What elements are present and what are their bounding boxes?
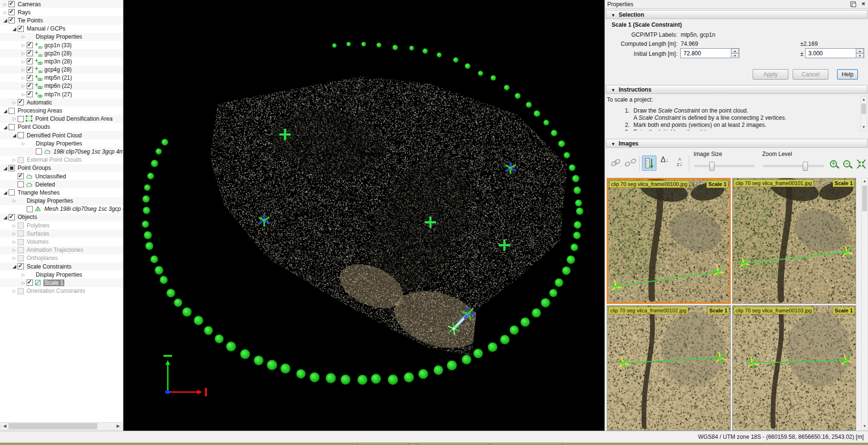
tree-item-display-properties[interactable]: ▷Display Properties (0, 197, 123, 205)
tree-checkbox[interactable] (9, 165, 15, 171)
tree-expander-icon[interactable]: ▷ (11, 248, 18, 252)
cancel-button[interactable]: Cancel (793, 69, 828, 80)
tree-expander-icon[interactable]: ▷ (20, 83, 27, 88)
tree-expander-icon[interactable]: ◢ (11, 264, 18, 269)
close-panel-icon[interactable]: × (861, 0, 865, 7)
tree-horizontal-scrollbar[interactable]: ◀ ▶ (0, 422, 123, 430)
scroll-up-icon[interactable]: ▲ (862, 178, 868, 185)
tree-item-automatic[interactable]: ▷Automatic (0, 98, 123, 106)
tree-expander-icon[interactable]: ▷ (11, 223, 18, 228)
tree-item-tie-points[interactable]: ◢Tie Points (0, 16, 123, 24)
slider-handle[interactable] (709, 162, 715, 171)
tree-checkbox[interactable] (9, 189, 15, 196)
slider-handle[interactable] (803, 162, 808, 171)
tree-checkbox[interactable] (18, 173, 24, 179)
tree-checkbox[interactable] (27, 58, 33, 64)
tree-checkbox[interactable] (18, 181, 24, 187)
tree-expander-icon[interactable]: ▷ (20, 280, 27, 285)
sort-by-delta-button[interactable]: Δ↓ (657, 155, 672, 171)
image-size-slider[interactable] (694, 165, 755, 167)
tree-item-surfaces[interactable]: ▷Surfaces (0, 229, 123, 238)
tree-expander-icon[interactable]: ◢ (2, 166, 9, 171)
tree-checkbox[interactable] (27, 206, 33, 212)
tree-expander-icon[interactable]: ▷ (11, 198, 18, 203)
tree-checkbox[interactable] (9, 17, 15, 23)
scroll-up-icon[interactable]: ▲ (861, 96, 867, 103)
image-thumbnail[interactable]: clip 70 seg vilca_frame00100.jpgScale 1 (607, 178, 731, 304)
tree-expander-icon[interactable]: ▷ (11, 239, 18, 244)
tree-expander-icon[interactable]: ▷ (11, 100, 18, 105)
scroll-left-icon[interactable]: ◀ (1, 423, 9, 430)
tree-item-mtp5n-21[interactable]: ▷+mtp5n (21) (0, 74, 123, 82)
tolerance-spinbox[interactable]: ▲▼ (805, 48, 864, 58)
tree-item-orientation-constraints[interactable]: ▷Orientation Constraints (0, 287, 123, 295)
tree-item-gcp1n-33[interactable]: ▷+3Dgcp1n (33) (0, 41, 123, 49)
tree-item-polylines[interactable]: ▷Polylines (0, 221, 123, 229)
tree-item-cameras[interactable]: ▷Cameras (0, 0, 123, 8)
tree-item-processing-areas[interactable]: ◢Processing Areas (0, 106, 123, 114)
tolerance-input[interactable] (806, 49, 856, 58)
scroll-down-icon[interactable]: ▼ (861, 124, 867, 131)
tree-checkbox[interactable] (27, 83, 33, 89)
tree-checkbox[interactable] (27, 50, 33, 56)
tree-expander-icon[interactable]: ◢ (11, 26, 18, 31)
tree-checkbox[interactable] (9, 9, 15, 15)
tree-item-scale-1[interactable]: ▷Scale 1 (0, 279, 123, 287)
tree-item-triangle-meshes[interactable]: ◢Triangle Meshes (0, 188, 123, 197)
tree-checkbox[interactable] (18, 99, 24, 105)
tree-checkbox[interactable] (18, 132, 24, 138)
tree-expander-icon[interactable]: ▷ (20, 34, 27, 39)
tree-checkbox[interactable] (9, 214, 15, 220)
spin-down-icon[interactable]: ▼ (731, 53, 739, 58)
tree-expander-icon[interactable]: ▷ (20, 92, 27, 97)
tree-expander-icon[interactable]: ◢ (2, 124, 9, 130)
tree-expander-icon[interactable]: ▷ (20, 75, 27, 80)
tree-expander-icon[interactable]: ▷ (20, 59, 27, 64)
tree-item-point-groups[interactable]: ◢Point Groups (0, 164, 123, 172)
thumbnail-image[interactable] (733, 178, 856, 303)
tree-expander-icon[interactable]: ▷ (11, 157, 18, 162)
initial-length-input[interactable] (681, 49, 731, 58)
tree-expander-icon[interactable]: ▷ (2, 2, 9, 7)
tree-expander-icon[interactable]: ▷ (11, 256, 18, 260)
tree-expander-icon[interactable]: ▷ (11, 289, 18, 293)
tree-item-external-point-clouds[interactable]: ▷External Point Clouds (0, 156, 123, 164)
tree-item-deleted[interactable]: Deleted (0, 180, 123, 188)
help-button[interactable]: Help (837, 69, 858, 80)
tree-item-198i-clip70seg-1sc-3gcp-4mtp-h[interactable]: 198i clip70seg 1sc 3gcp 4mtp H (0, 147, 123, 155)
float-panel-icon[interactable] (850, 1, 856, 7)
tree-expander-icon[interactable]: ▷ (20, 272, 27, 277)
sort-alphabetical-button[interactable]: AZ↓ (673, 155, 687, 171)
spin-up-icon[interactable]: ▲ (856, 49, 864, 53)
tree-item-display-properties[interactable]: ▷Display Properties (0, 139, 123, 147)
tree-item-rays[interactable]: ▷Rays (0, 8, 123, 16)
tree-expander-icon[interactable]: ▷ (11, 116, 18, 121)
tree-checkbox[interactable] (18, 26, 24, 32)
tree-checkbox[interactable] (9, 124, 15, 130)
scroll-right-icon[interactable]: ▶ (114, 423, 122, 430)
tree-item-gcp4g-28[interactable]: ▷+3Dgcp4g (28) (0, 66, 123, 74)
tree-checkbox[interactable] (27, 42, 33, 48)
zoom-fit-icon[interactable] (857, 159, 866, 169)
tree-item-objects[interactable]: ◢Objects (0, 213, 123, 221)
tree-checkbox[interactable] (27, 75, 33, 81)
instructions-section-header[interactable]: ▼Instructions (606, 85, 868, 94)
unlink-images-icon[interactable] (625, 158, 636, 167)
zoom-out-icon[interactable]: − (843, 160, 850, 167)
instructions-scrollbar[interactable]: ▲ ▼ (860, 96, 867, 131)
tree-item-mtp3n-28[interactable]: ▷+mtp3n (28) (0, 57, 123, 65)
tree-item-scale-constraints[interactable]: ◢Scale Constraints (0, 262, 123, 270)
scroll-down-icon[interactable]: ▼ (862, 423, 868, 430)
tree-item-unclassified[interactable]: Unclassified (0, 172, 123, 180)
tree-item-manual-gcps[interactable]: ◢Manual / GCPs (0, 25, 123, 33)
thumbnail-image[interactable] (608, 179, 729, 302)
apply-button[interactable]: Apply (753, 69, 788, 80)
spin-down-icon[interactable]: ▼ (856, 53, 864, 58)
tree-item-gcp2n-28[interactable]: ▷+3Dgcp2n (28) (0, 49, 123, 57)
tree-item-animation-trajectories[interactable]: ▷Animation Trajectories (0, 246, 123, 254)
images-scrollbar[interactable]: ▲ ▼ (861, 177, 868, 430)
tree-item-display-properties[interactable]: ▷Display Properties (0, 270, 123, 279)
tree-expander-icon[interactable]: ◢ (2, 18, 9, 23)
tree-checkbox[interactable] (27, 67, 33, 73)
point-cloud-scene[interactable] (123, 0, 604, 431)
